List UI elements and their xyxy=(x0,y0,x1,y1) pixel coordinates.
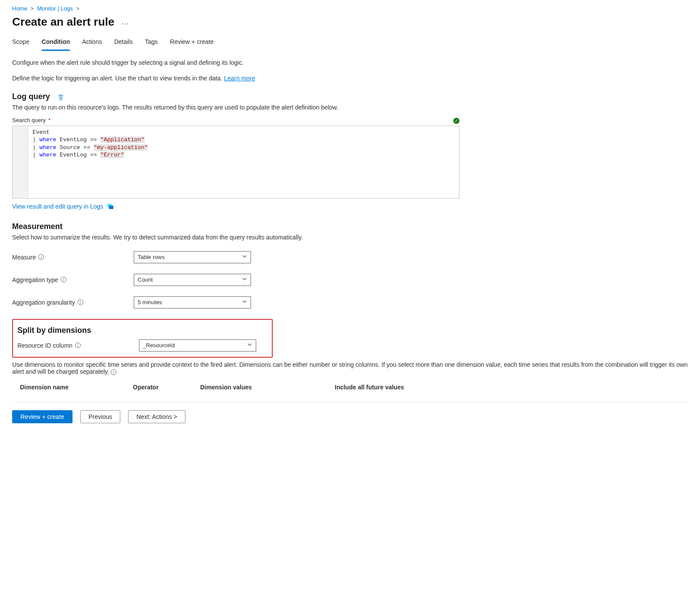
code-keyword: where xyxy=(40,144,56,151)
measure-value: Table rows xyxy=(138,254,165,260)
measure-select[interactable]: Table rows xyxy=(134,251,251,263)
tab-tags[interactable]: Tags xyxy=(145,36,158,51)
chevron-down-icon xyxy=(247,342,252,349)
aggregation-type-value: Count xyxy=(138,276,153,283)
required-star-icon: * xyxy=(48,117,50,123)
search-query-label: Search query xyxy=(12,117,46,123)
code-token: Event xyxy=(33,129,50,136)
breadcrumb-sep: > xyxy=(76,5,79,12)
code-keyword: where xyxy=(40,136,56,143)
info-icon[interactable]: i xyxy=(111,369,116,375)
split-heading: Split by dimensions xyxy=(17,326,267,335)
resource-id-column-select[interactable]: _ResourceId xyxy=(139,339,256,352)
info-icon[interactable]: i xyxy=(38,254,44,260)
measurement-description: Select how to summarize the results. We … xyxy=(12,234,688,241)
split-by-dimensions-highlight: Split by dimensions Resource ID column i… xyxy=(12,319,273,358)
breadcrumb-monitor-logs[interactable]: Monitor | Logs xyxy=(37,5,73,12)
aggregation-granularity-label: Aggregation granularity xyxy=(12,299,75,306)
code-ident: Source xyxy=(59,144,80,151)
aggregation-type-label: Aggregation type xyxy=(12,276,58,283)
code-keyword: where xyxy=(40,152,56,158)
info-icon[interactable]: i xyxy=(78,299,83,305)
condition-intro-2: Define the logic for triggering an alert… xyxy=(12,74,688,83)
view-in-logs-link[interactable]: View result and edit query in Logs xyxy=(12,203,103,210)
dimensions-table-header: Dimension name Operator Dimension values… xyxy=(12,384,688,391)
more-actions-button[interactable]: … xyxy=(122,17,130,27)
info-icon[interactable]: i xyxy=(75,342,81,348)
resource-id-column-label: Resource ID column xyxy=(17,342,73,349)
breadcrumb-home[interactable]: Home xyxy=(12,5,27,12)
code-string: "Error" xyxy=(100,152,124,158)
tab-details[interactable]: Details xyxy=(114,36,133,51)
learn-more-link[interactable]: Learn more xyxy=(224,75,255,82)
split-description: Use dimensions to monitor specific time … xyxy=(12,361,688,375)
editor-body[interactable]: Event | where EventLog == "Application" … xyxy=(13,126,459,198)
tab-review-create[interactable]: Review + create xyxy=(170,36,214,51)
code-pipe: | xyxy=(33,136,36,143)
page-title: Create an alert rule xyxy=(12,15,115,29)
condition-intro-2-text: Define the logic for triggering an alert… xyxy=(12,75,224,82)
search-query-editor[interactable]: Event | where EventLog == "Application" … xyxy=(12,126,459,199)
code-op: == xyxy=(83,144,90,151)
breadcrumb: Home > Monitor | Logs > xyxy=(12,5,688,12)
footer-bar: Review + create Previous Next: Actions > xyxy=(12,402,688,423)
chevron-down-icon xyxy=(242,254,247,260)
log-query-heading: Log query xyxy=(12,92,50,101)
next-actions-button[interactable]: Next: Actions > xyxy=(128,410,185,423)
col-dimension-name: Dimension name xyxy=(20,384,133,391)
resource-id-column-value: _ResourceId xyxy=(143,342,175,349)
measurement-heading: Measurement xyxy=(12,222,688,231)
col-include-future: Include all future values xyxy=(335,384,404,391)
breadcrumb-sep: > xyxy=(30,5,34,12)
info-icon[interactable]: i xyxy=(61,277,66,282)
condition-intro-1: Configure when the alert rule should tri… xyxy=(12,59,688,67)
logs-icon xyxy=(107,203,114,209)
col-dimension-values: Dimension values xyxy=(200,384,335,391)
code-op: == xyxy=(90,136,97,143)
aggregation-granularity-value: 5 minutes xyxy=(138,299,162,305)
tab-condition[interactable]: Condition xyxy=(42,36,70,51)
code-pipe: | xyxy=(33,144,36,151)
editor-gutter xyxy=(13,126,28,198)
delete-query-icon[interactable] xyxy=(58,94,64,102)
review-create-button[interactable]: Review + create xyxy=(12,410,73,423)
code-ident: EventLog xyxy=(59,136,86,143)
log-query-description: The query to run on this resource's logs… xyxy=(12,104,459,111)
svg-rect-1 xyxy=(109,206,113,209)
aggregation-type-select[interactable]: Count xyxy=(134,274,251,286)
code-op: == xyxy=(90,152,97,158)
aggregation-granularity-select[interactable]: 5 minutes xyxy=(134,296,251,309)
col-operator: Operator xyxy=(133,384,200,391)
code-string: "Application" xyxy=(100,136,144,143)
chevron-down-icon xyxy=(242,299,247,305)
tab-scope[interactable]: Scope xyxy=(12,36,30,51)
code-pipe: | xyxy=(33,152,36,158)
tabs: Scope Condition Actions Details Tags Rev… xyxy=(12,36,688,51)
code-string: "my-application" xyxy=(94,144,148,151)
tab-actions[interactable]: Actions xyxy=(82,36,102,51)
code-ident: EventLog xyxy=(59,152,86,158)
chevron-down-icon xyxy=(242,276,247,283)
previous-button[interactable]: Previous xyxy=(80,410,120,423)
measure-label: Measure xyxy=(12,254,36,261)
query-validated-icon: ✓ xyxy=(453,117,459,124)
